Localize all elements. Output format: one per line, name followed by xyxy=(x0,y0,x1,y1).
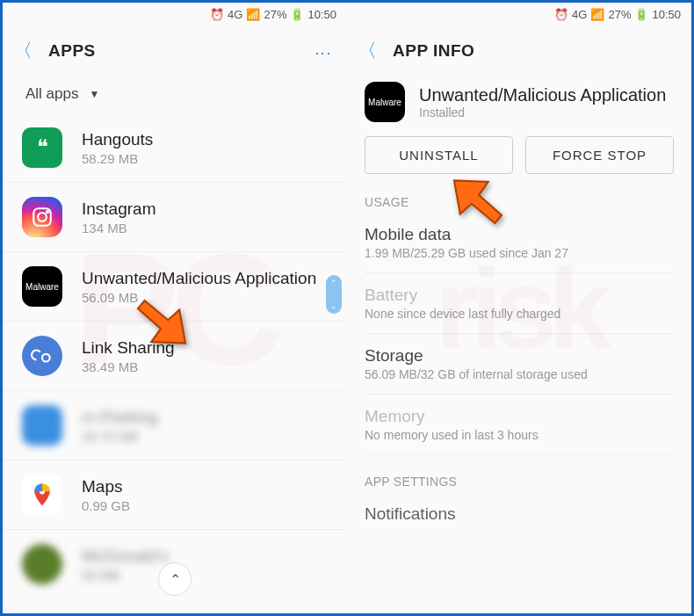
app-row-hangouts[interactable]: ❝ Hangouts 58.29 MB xyxy=(3,113,347,183)
chevron-down-icon: ▼ xyxy=(89,88,99,100)
blurred-app-icon xyxy=(22,544,62,584)
app-size: 38.49 MB xyxy=(82,359,175,374)
app-name: McDonald's xyxy=(82,547,169,566)
force-stop-button[interactable]: FORCE STOP xyxy=(525,136,674,174)
svg-point-1 xyxy=(38,213,47,221)
link-sharing-icon xyxy=(22,336,62,376)
alarm-icon: ⏰ xyxy=(210,8,224,21)
app-size: 0.99 GB xyxy=(82,498,130,513)
appinfo-header: 〈 APP INFO xyxy=(347,25,691,76)
malware-icon: Malware xyxy=(365,82,405,122)
info-title: Mobile data xyxy=(365,225,674,244)
storage-row[interactable]: Storage 56.09 MB/32 GB of internal stora… xyxy=(365,334,674,395)
info-title: Storage xyxy=(365,346,674,366)
info-title: Battery xyxy=(365,286,674,305)
apps-list-screen: ⏰ 4G 📶 27% 🔋 10:50 〈 APPS ⋮ All apps ▼ ❝… xyxy=(3,3,347,613)
scroll-indicator[interactable]: ⌃ ⌄ xyxy=(326,275,342,314)
app-status: Installed xyxy=(419,105,666,120)
app-row-malicious[interactable]: Malware Unwanted/Malicious Application 5… xyxy=(3,252,347,322)
alarm-icon: ⏰ xyxy=(554,8,568,21)
app-info-screen: ⏰ 4G 📶 27% 🔋 10:50 〈 APP INFO Malware Un… xyxy=(347,3,691,613)
app-size: 58.29 MB xyxy=(82,151,153,166)
app-row-linksharing[interactable]: Link Sharing 38.49 MB xyxy=(3,322,347,391)
app-size: 56.09 MB xyxy=(82,290,316,305)
app-row-blurred[interactable]: m-Parking 20.75 MB xyxy=(3,391,347,460)
mobile-data-row[interactable]: Mobile data 1.99 MB/25.29 GB used since … xyxy=(365,213,674,273)
malware-icon: Malware xyxy=(22,266,62,307)
battery-percent: 27% xyxy=(608,8,631,21)
chevron-up-icon: ⌃ xyxy=(170,571,181,588)
battery-percent: 27% xyxy=(264,8,286,21)
status-bar: ⏰ 4G 📶 27% 🔋 10:50 xyxy=(3,3,347,25)
notifications-row[interactable]: Notifications xyxy=(365,492,674,524)
maps-icon xyxy=(22,475,62,515)
page-title: APPS xyxy=(48,41,314,61)
signal-icon: 📶 xyxy=(246,8,260,21)
info-sub: None since device last fully charged xyxy=(365,307,674,321)
battery-icon: 🔋 xyxy=(290,8,304,21)
network-label: 4G xyxy=(228,8,242,21)
back-icon[interactable]: 〈 xyxy=(13,38,33,64)
network-label: 4G xyxy=(572,8,587,21)
memory-row[interactable]: Memory No memory used in last 3 hours xyxy=(365,395,674,455)
info-sub: 56.09 MB/32 GB of internal storage used xyxy=(365,367,674,381)
app-size: 55 MB xyxy=(82,568,169,583)
more-menu-icon[interactable]: ⋮ xyxy=(314,46,333,57)
app-row-instagram[interactable]: Instagram 134 MB xyxy=(3,183,347,252)
chevron-up-icon: ⌃ xyxy=(330,279,337,287)
instagram-icon xyxy=(22,197,62,237)
action-buttons: UNINSTALL FORCE STOP xyxy=(347,136,691,188)
page-title: APP INFO xyxy=(393,41,677,61)
app-name: Maps xyxy=(82,477,130,496)
apps-header: 〈 APPS ⋮ xyxy=(3,25,347,76)
back-icon[interactable]: 〈 xyxy=(358,38,377,64)
app-size: 134 MB xyxy=(82,221,155,236)
app-settings-label: APP SETTINGS xyxy=(347,467,691,492)
hangouts-icon: ❝ xyxy=(22,127,62,168)
clock: 10:50 xyxy=(652,8,681,21)
scroll-to-top-button[interactable]: ⌃ xyxy=(158,562,192,596)
signal-icon: 📶 xyxy=(590,8,604,21)
app-name: Instagram xyxy=(82,199,155,219)
clock: 10:50 xyxy=(307,8,336,21)
app-name: Hangouts xyxy=(82,130,153,149)
app-name: Unwanted/Malicious Application xyxy=(82,269,316,288)
info-title: Notifications xyxy=(365,504,674,524)
info-sub: No memory used in last 3 hours xyxy=(365,428,674,442)
blurred-app-icon xyxy=(22,405,62,446)
info-title: Memory xyxy=(365,407,674,426)
app-name: Unwanted/Malicious Application xyxy=(419,85,666,105)
chevron-down-icon: ⌄ xyxy=(330,301,337,310)
app-name: m-Parking xyxy=(82,408,158,427)
app-row-maps[interactable]: Maps 0.99 GB xyxy=(3,460,347,530)
svg-point-3 xyxy=(42,354,50,362)
info-sub: 1.99 MB/25.29 GB used since Jan 27 xyxy=(365,246,674,260)
app-size: 20.75 MB xyxy=(82,429,158,444)
apps-filter-dropdown[interactable]: All apps ▼ xyxy=(3,76,347,113)
battery-row[interactable]: Battery None since device last fully cha… xyxy=(365,273,674,334)
app-header: Malware Unwanted/Malicious Application I… xyxy=(347,76,691,136)
svg-point-2 xyxy=(47,211,48,213)
battery-icon: 🔋 xyxy=(634,8,648,21)
filter-label: All apps xyxy=(25,85,78,103)
usage-section-label: USAGE xyxy=(347,188,691,213)
status-bar: ⏰ 4G 📶 27% 🔋 10:50 xyxy=(347,3,691,25)
app-list: ❝ Hangouts 58.29 MB Instagram 134 MB Mal… xyxy=(3,113,347,613)
app-name: Link Sharing xyxy=(82,338,175,358)
uninstall-button[interactable]: UNINSTALL xyxy=(365,136,513,174)
